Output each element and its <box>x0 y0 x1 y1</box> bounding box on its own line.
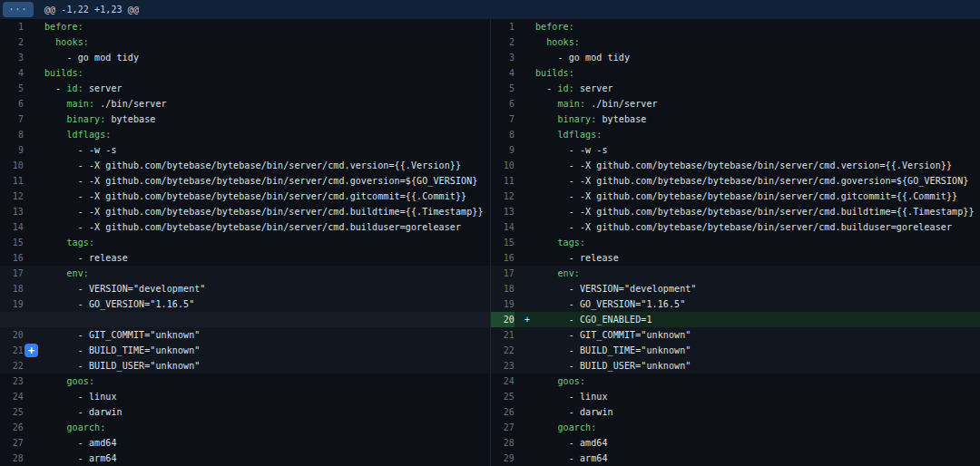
diff-row-old-17: 17 env: <box>0 266 490 281</box>
code-line: ldflags: <box>535 127 602 142</box>
expand-hunk-button[interactable]: ··· <box>3 2 34 17</box>
line-number[interactable]: 10 <box>0 158 24 173</box>
line-number[interactable]: 20 <box>0 327 24 343</box>
diff-marker <box>24 389 44 404</box>
line-number[interactable]: 6 <box>0 96 24 112</box>
add-comment-button[interactable]: + <box>24 344 38 357</box>
line-number[interactable]: 17 <box>0 266 24 281</box>
line-number[interactable]: 25 <box>0 404 24 420</box>
line-number[interactable]: 9 <box>491 142 514 158</box>
line-number[interactable]: 13 <box>491 204 514 219</box>
code-token: bytebase <box>596 114 646 124</box>
line-number[interactable]: 11 <box>491 173 514 189</box>
line-number[interactable]: 4 <box>491 65 514 81</box>
line-number[interactable]: 25 <box>491 389 514 404</box>
code-token: - darwin <box>44 407 122 417</box>
line-number[interactable]: 24 <box>491 374 514 389</box>
line-number[interactable]: 4 <box>0 65 24 81</box>
code-token: - -X github.com/bytebase/bytebase/bin/se… <box>44 176 477 186</box>
line-number[interactable]: 11 <box>0 173 24 189</box>
code-line: - id: server <box>535 81 613 96</box>
line-number[interactable]: 19 <box>491 296 514 312</box>
line-number[interactable]: 8 <box>491 127 514 142</box>
diff-row-old-23: 23 goos: <box>0 374 490 389</box>
line-number[interactable]: 19 <box>0 296 24 312</box>
line-number[interactable]: 29 <box>491 451 514 466</box>
diff-row-old-14: 14 - -X github.com/bytebase/bytebase/bin… <box>0 219 490 235</box>
diff-marker <box>24 81 44 96</box>
line-number[interactable]: 23 <box>0 374 24 389</box>
diff-marker <box>24 235 44 250</box>
line-number[interactable]: 16 <box>491 250 514 266</box>
diff-row-new-1: 1before: <box>491 19 980 34</box>
line-number[interactable]: 21 <box>0 343 24 358</box>
code-token: - -X github.com/bytebase/bytebase/bin/se… <box>535 207 975 217</box>
line-number[interactable]: 1 <box>0 19 24 34</box>
diff-row-new-22: 22 - BUILD_TIME="unknown" <box>491 343 980 358</box>
line-number[interactable]: 15 <box>491 235 514 250</box>
yaml-key-token: env: <box>66 268 88 278</box>
code-line: binary: bytebase <box>44 112 155 127</box>
line-number[interactable]: 5 <box>0 81 24 96</box>
line-number[interactable]: 24 <box>0 389 24 404</box>
line-number[interactable]: 21 <box>491 327 514 343</box>
diff-marker <box>514 343 535 358</box>
line-number[interactable]: 22 <box>491 343 514 358</box>
line-number[interactable]: 26 <box>491 404 514 420</box>
yaml-key-token: main: <box>66 99 94 109</box>
diff-row-new-2: 2 hooks: <box>491 34 980 50</box>
code-token: - go mod tidy <box>44 53 139 63</box>
line-number[interactable]: 20 <box>491 312 514 327</box>
line-number[interactable]: 14 <box>0 219 24 235</box>
code-token: - BUILD_USER="unknown" <box>535 361 691 371</box>
line-number[interactable]: 15 <box>0 235 24 250</box>
line-number[interactable]: 26 <box>0 420 24 435</box>
line-number[interactable]: 10 <box>491 158 514 173</box>
line-number[interactable]: 2 <box>491 34 514 50</box>
line-number[interactable]: 3 <box>0 50 24 65</box>
code-token: - BUILD_TIME="unknown" <box>44 345 200 355</box>
line-number[interactable]: 1 <box>491 19 514 34</box>
code-line: - BUILD_USER="unknown" <box>44 358 200 374</box>
code-token: - release <box>535 253 619 263</box>
line-number[interactable]: 14 <box>491 219 514 235</box>
diff-row-old-5: 5 - id: server <box>0 81 490 96</box>
code-line: goos: <box>44 374 94 389</box>
line-number[interactable]: 27 <box>0 435 24 451</box>
diff-marker <box>24 296 44 312</box>
yaml-key-token: hooks: <box>55 37 89 47</box>
line-number[interactable]: 7 <box>491 112 514 127</box>
line-number[interactable]: 2 <box>0 34 24 50</box>
yaml-key-token: id: <box>66 83 83 93</box>
diff-row-new-17: 17 env: <box>491 266 980 281</box>
line-number[interactable]: 18 <box>0 281 24 296</box>
diff-row-old-13: 13 - -X github.com/bytebase/bytebase/bin… <box>0 204 490 219</box>
code-line: builds: <box>535 65 574 81</box>
yaml-key-token: builds: <box>535 68 574 78</box>
hunk-header: ··· @@ -1,22 +1,23 @@ <box>0 0 980 19</box>
line-number[interactable]: 28 <box>0 451 24 466</box>
line-number[interactable]: 3 <box>491 50 514 65</box>
line-number[interactable]: 13 <box>0 204 24 219</box>
yaml-key-token: ldflags: <box>557 130 602 140</box>
diff-marker <box>24 189 44 204</box>
line-number[interactable]: 17 <box>491 266 514 281</box>
line-number[interactable]: 23 <box>491 358 514 374</box>
yaml-key-token: tags: <box>557 238 585 248</box>
line-number[interactable]: 28 <box>491 435 514 451</box>
line-number[interactable]: 8 <box>0 127 24 142</box>
yaml-key-token: binary: <box>66 114 105 124</box>
line-number[interactable]: 22 <box>0 358 24 374</box>
line-number[interactable]: 9 <box>0 142 24 158</box>
line-number[interactable]: 27 <box>491 420 514 435</box>
code-line: - darwin <box>535 404 613 420</box>
line-number[interactable]: 7 <box>0 112 24 127</box>
line-number[interactable]: 5 <box>491 81 514 96</box>
diff-marker <box>514 451 535 466</box>
line-number[interactable]: 18 <box>491 281 514 296</box>
line-number[interactable]: 16 <box>0 250 24 266</box>
line-number[interactable]: 6 <box>491 96 514 112</box>
line-number[interactable]: 12 <box>0 189 24 204</box>
diff-row-old-28: 28 - arm64 <box>0 451 490 466</box>
line-number[interactable]: 12 <box>491 189 514 204</box>
